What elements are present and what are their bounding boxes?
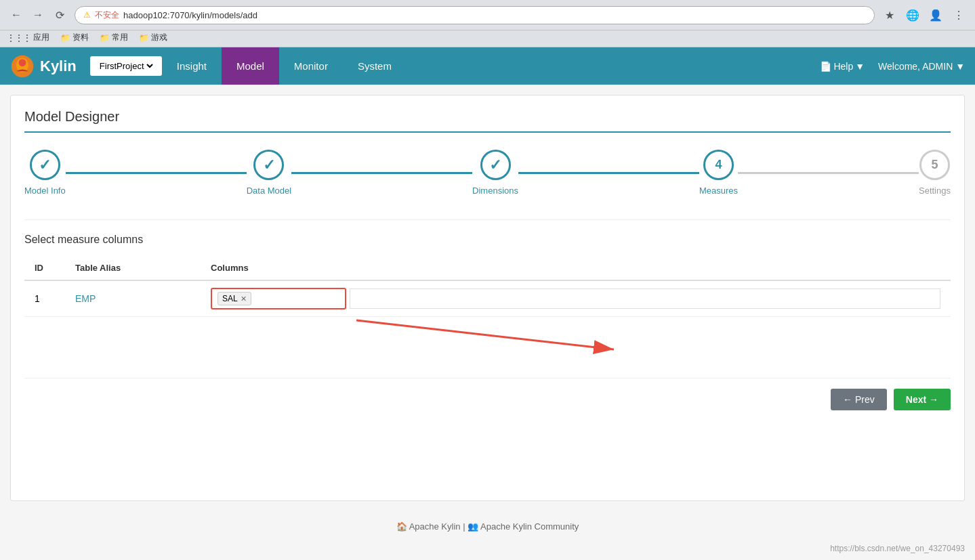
project-select[interactable]: FirstProject [97, 60, 155, 72]
bookmark-resources-label: 资料 [72, 32, 89, 43]
step-dimensions: ✓ Dimensions [472, 150, 518, 196]
step-circle-1: ✓ [30, 150, 60, 180]
nav-monitor[interactable]: Monitor [279, 47, 343, 85]
svg-line-4 [356, 320, 614, 349]
step-measures: 4 Measures [699, 150, 738, 196]
welcome-text: Welcome, ADMIN [878, 61, 953, 72]
connector-2-3 [291, 172, 472, 174]
browser-chrome: ← → ⟳ ⚠ 不安全 hadoop102:7070/kylin/models/… [0, 0, 975, 30]
browser-actions: ★ 🌐 👤 ⋮ [880, 5, 968, 24]
folder-icon-common: 📁 [100, 33, 110, 43]
forward-button[interactable]: → [28, 5, 47, 24]
security-warning-text: 不安全 [95, 9, 119, 21]
red-arrow-svg [24, 303, 634, 358]
kylin-logo-icon [10, 54, 35, 79]
security-warning-icon: ⚠ [83, 10, 91, 20]
main-content: Model Designer ✓ Model Info ✓ Data Model… [10, 95, 965, 501]
col-header-columns: Columns [201, 256, 951, 280]
arrow-area [24, 330, 951, 364]
bookmark-games[interactable]: 📁 游戏 [139, 32, 167, 43]
table-header: ID Table Alias Columns [24, 256, 951, 280]
checkmark-icon-3: ✓ [489, 156, 501, 174]
translate-button[interactable]: 🌐 [903, 5, 922, 24]
stepper: ✓ Model Info ✓ Data Model ✓ Dimensions 4… [24, 150, 951, 196]
bookmark-common[interactable]: 📁 常用 [100, 32, 128, 43]
nav-insight[interactable]: Insight [162, 47, 222, 85]
connector-1-2 [66, 172, 247, 174]
welcome-chevron-icon: ▼ [955, 61, 965, 72]
step-settings: 5 Settings [919, 150, 951, 196]
connector-4-5 [738, 172, 919, 174]
nav-model[interactable]: Model [222, 47, 279, 85]
folder-icon-games: 📁 [139, 33, 149, 43]
col-header-id: ID [24, 256, 65, 280]
project-dropdown[interactable]: FirstProject [90, 56, 162, 76]
back-button[interactable]: ← [7, 5, 26, 24]
welcome-dropdown[interactable]: Welcome, ADMIN ▼ [878, 61, 965, 72]
step-circle-2: ✓ [253, 150, 284, 180]
footer: 🏠 Apache Kylin | 👥 Apache Kylin Communit… [0, 511, 975, 542]
bookmark-games-label: 游戏 [151, 32, 167, 43]
step-label-3: Dimensions [472, 186, 518, 196]
nav-buttons: ← → ⟳ [7, 5, 69, 24]
bookmark-apps-label: 应用 [33, 32, 49, 43]
page-title: Model Designer [24, 109, 951, 133]
folder-icon-resources: 📁 [60, 33, 70, 43]
sal-tag-remove[interactable]: ✕ [241, 295, 247, 303]
svg-point-2 [19, 59, 26, 66]
apps-icon: ⋮⋮⋮ [7, 33, 31, 43]
step-model-info: ✓ Model Info [24, 150, 66, 196]
app-header: Kylin FirstProject Insight Model Monitor… [0, 47, 975, 85]
step-label-2: Data Model [247, 186, 291, 196]
section-title: Select measure columns [24, 234, 951, 246]
logo-area: Kylin [0, 54, 87, 79]
connector-3-4 [518, 172, 699, 174]
footer-text: 🏠 Apache Kylin | 👥 Apache Kylin Communit… [396, 521, 579, 532]
next-button[interactable]: Next → [894, 389, 951, 410]
checkmark-icon-1: ✓ [39, 156, 51, 174]
step-label-5: Settings [919, 186, 951, 196]
step-circle-3: ✓ [480, 150, 511, 180]
sal-tag-label: SAL [222, 294, 238, 303]
nav-items: Insight Model Monitor System [162, 47, 407, 85]
help-icon: 📄 [820, 61, 831, 72]
refresh-button[interactable]: ⟳ [50, 5, 69, 24]
bookmark-resources[interactable]: 📁 资料 [60, 32, 89, 43]
row-id-value: 1 [35, 293, 40, 304]
bookmark-star-button[interactable]: ★ [880, 5, 899, 24]
bookmark-apps[interactable]: ⋮⋮⋮ 应用 [7, 32, 49, 43]
help-label: Help [833, 61, 853, 72]
step-label-4: Measures [699, 186, 738, 196]
bookmarks-bar: ⋮⋮⋮ 应用 📁 资料 📁 常用 📁 游戏 [0, 30, 975, 47]
header-right: 📄 Help ▼ Welcome, ADMIN ▼ [820, 61, 975, 72]
address-bar[interactable]: ⚠ 不安全 hadoop102:7070/kylin/models/add [75, 6, 875, 24]
prev-button[interactable]: ← Prev [831, 389, 887, 410]
checkmark-icon-2: ✓ [263, 156, 275, 174]
step-number-4: 4 [715, 158, 722, 172]
step-data-model: ✓ Data Model [247, 150, 291, 196]
step-circle-5: 5 [919, 150, 950, 180]
url-text: hadoop102:7070/kylin/models/add [123, 10, 257, 20]
logo-text: Kylin [40, 58, 77, 75]
help-chevron-icon: ▼ [855, 61, 865, 72]
measures-section: Select measure columns ID Table Alias Co… [24, 219, 951, 421]
help-button[interactable]: 📄 Help ▼ [820, 61, 865, 72]
col-header-alias: Table Alias [65, 256, 201, 280]
bookmark-common-label: 常用 [112, 32, 128, 43]
nav-system[interactable]: System [343, 47, 407, 85]
profile-button[interactable]: 👤 [926, 5, 945, 24]
step-number-5: 5 [931, 158, 938, 172]
action-buttons: ← Prev Next → [24, 378, 951, 421]
row-alias-value: EMP [75, 293, 96, 304]
menu-button[interactable]: ⋮ [949, 5, 968, 24]
step-label-1: Model Info [24, 186, 66, 196]
step-circle-4: 4 [703, 150, 734, 180]
